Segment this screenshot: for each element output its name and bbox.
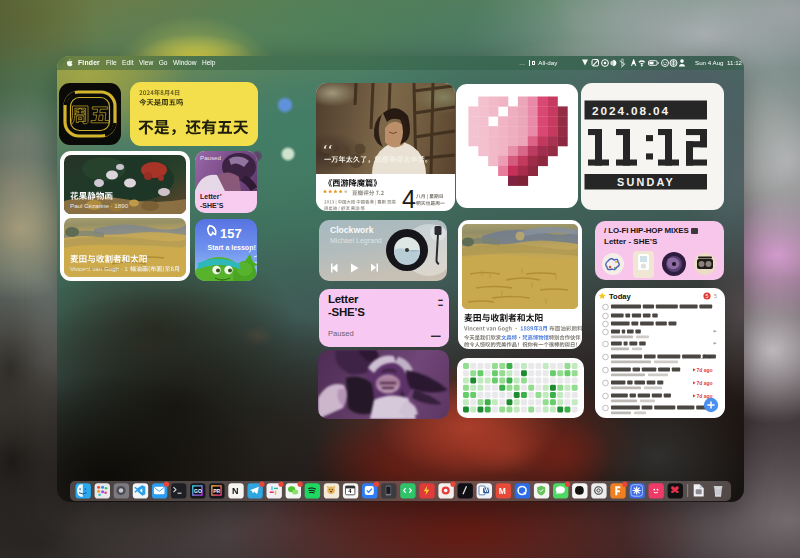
svg-text:Today: Today [609,292,632,301]
svg-text:Clockwork: Clockwork [330,225,374,235]
svg-text:Paul Cézanne · 1890: Paul Cézanne · 1890 [70,202,129,209]
svg-text:Start a lesson!: Start a lesson! [208,244,256,251]
svg-text:2024.08.04: 2024.08.04 [592,104,670,118]
svg-text:157: 157 [220,226,242,241]
svg-text:W: W [484,488,489,493]
svg-text:Paused: Paused [200,154,222,161]
svg-text:5: 5 [706,293,709,299]
svg-text:M: M [499,486,506,496]
svg-text:SUNDAY: SUNDAY [617,176,675,188]
svg-text:GO: GO [194,488,202,494]
svg-text:7d ago: 7d ago [697,367,713,373]
svg-text:4: 4 [402,185,416,212]
svg-text:7d ago: 7d ago [697,393,713,399]
svg-text:7d ago: 7d ago [697,380,713,386]
svg-text:Michael Legrand: Michael Legrand [330,237,382,245]
svg-text:Vincent van Gogh · 1: Vincent van Gogh · 1 [70,265,129,272]
svg-text:5: 5 [714,293,717,299]
svg-text:PR: PR [213,488,220,494]
svg-text:N: N [232,486,239,496]
svg-text:_hop: _hop [700,354,712,359]
